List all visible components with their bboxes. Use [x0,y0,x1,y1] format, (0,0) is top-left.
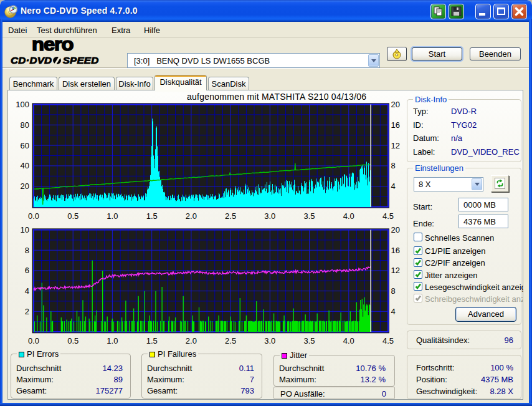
svg-text:20: 20 [391,100,400,109]
svg-text:3.5: 3.5 [303,336,315,346]
svg-text:10: 10 [21,225,29,234]
svg-text:40: 40 [21,161,29,170]
svg-text:4: 4 [391,181,396,191]
svg-text:0.0: 0.0 [28,336,39,346]
svg-text:4.5: 4.5 [382,211,394,221]
svg-text:12: 12 [391,266,400,275]
svg-text:0.5: 0.5 [67,211,78,221]
svg-text:2.0: 2.0 [186,336,197,346]
svg-text:4.0: 4.0 [343,211,354,221]
svg-text:4: 4 [25,286,29,296]
svg-text:1.0: 1.0 [107,336,118,346]
svg-text:1.0: 1.0 [107,211,118,221]
svg-text:8: 8 [391,161,396,170]
svg-text:12: 12 [391,141,400,150]
svg-text:3.5: 3.5 [303,211,315,221]
svg-text:16: 16 [391,120,400,130]
svg-text:8: 8 [391,286,396,296]
svg-text:4.0: 4.0 [343,336,354,346]
svg-text:4.5: 4.5 [382,336,394,346]
svg-text:4: 4 [391,307,396,316]
svg-text:60: 60 [21,141,29,150]
svg-text:3.0: 3.0 [264,336,275,346]
svg-text:80: 80 [21,120,29,130]
svg-text:6: 6 [25,266,29,275]
svg-text:20: 20 [21,181,29,191]
svg-text:16: 16 [391,246,400,255]
svg-text:2: 2 [25,307,29,316]
svg-text:20: 20 [391,225,400,234]
svg-text:100: 100 [16,100,29,109]
svg-text:3.0: 3.0 [264,211,275,221]
svg-text:1.5: 1.5 [146,336,158,346]
svg-text:1.5: 1.5 [146,211,158,221]
svg-text:2.5: 2.5 [225,211,236,221]
svg-text:0.5: 0.5 [67,336,78,346]
svg-text:0.0: 0.0 [28,211,39,221]
svg-text:2.0: 2.0 [186,211,197,221]
svg-text:8: 8 [25,246,29,255]
svg-text:2.5: 2.5 [225,336,236,346]
